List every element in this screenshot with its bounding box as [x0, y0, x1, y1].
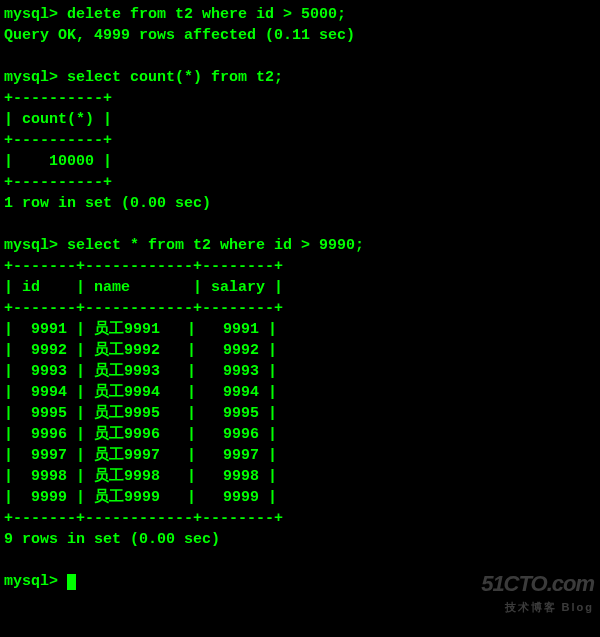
table1-row: | 10000 |	[4, 151, 596, 172]
command-count: select count(*) from t2;	[67, 69, 283, 86]
mysql-prompt: mysql>	[4, 573, 58, 590]
mysql-prompt: mysql>	[4, 69, 58, 86]
table-row: | 9993 | 员工9993 | 9993 |	[4, 361, 596, 382]
table-row: | 9991 | 员工9991 | 9991 |	[4, 319, 596, 340]
table2-border-top: +-------+------------+--------+	[4, 256, 596, 277]
table2-header: | id | name | salary |	[4, 277, 596, 298]
command-select: select * from t2 where id > 9990;	[67, 237, 364, 254]
mysql-prompt: mysql>	[4, 237, 58, 254]
table2-border-bot: +-------+------------+--------+	[4, 508, 596, 529]
blank-line	[4, 550, 596, 571]
mysql-prompt: mysql>	[4, 6, 58, 23]
prompt-line-2: mysql> select count(*) from t2;	[4, 67, 596, 88]
cursor-icon	[67, 574, 76, 590]
response-delete: Query OK, 4999 rows affected (0.11 sec)	[4, 25, 596, 46]
watermark-sub: 技术博客 Blog	[481, 600, 594, 615]
response-count: 1 row in set (0.00 sec)	[4, 193, 596, 214]
table2-body: | 9991 | 员工9991 | 9991 || 9992 | 员工9992 …	[4, 319, 596, 508]
table-row: | 9992 | 员工9992 | 9992 |	[4, 340, 596, 361]
table-row: | 9998 | 员工9998 | 9998 |	[4, 466, 596, 487]
response-select: 9 rows in set (0.00 sec)	[4, 529, 596, 550]
blank-line	[4, 214, 596, 235]
prompt-line-1: mysql> delete from t2 where id > 5000;	[4, 4, 596, 25]
table-row: | 9994 | 员工9994 | 9994 |	[4, 382, 596, 403]
table1-border-top: +----------+	[4, 88, 596, 109]
table2-border-mid: +-------+------------+--------+	[4, 298, 596, 319]
table-row: | 9995 | 员工9995 | 9995 |	[4, 403, 596, 424]
prompt-line-3: mysql> select * from t2 where id > 9990;	[4, 235, 596, 256]
table1-border-mid: +----------+	[4, 130, 596, 151]
command-delete: delete from t2 where id > 5000;	[67, 6, 346, 23]
table-row: | 9999 | 员工9999 | 9999 |	[4, 487, 596, 508]
table-row: | 9997 | 员工9997 | 9997 |	[4, 445, 596, 466]
blank-line	[4, 46, 596, 67]
table1-border-bot: +----------+	[4, 172, 596, 193]
prompt-line-4[interactable]: mysql>	[4, 571, 596, 592]
table-row: | 9996 | 员工9996 | 9996 |	[4, 424, 596, 445]
table1-header: | count(*) |	[4, 109, 596, 130]
